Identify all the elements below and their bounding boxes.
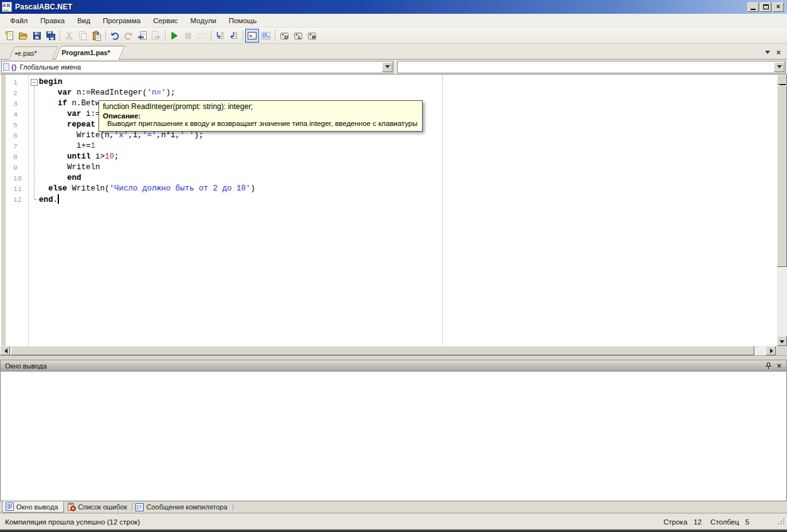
code-line-12[interactable]: 12end. — [0, 194, 777, 205]
toolbar-separator — [105, 30, 106, 41]
minimize-icon — [751, 9, 756, 10]
tab-close-icon[interactable]: × — [776, 49, 781, 56]
panel-splitter[interactable] — [0, 355, 787, 360]
fold-collapse-icon[interactable]: − — [31, 79, 38, 86]
vertical-scroll-thumb[interactable] — [777, 85, 787, 267]
bottom-tab-separator — [233, 503, 233, 511]
scroll-left-button[interactable] — [0, 346, 10, 355]
svg-text:D: D — [285, 34, 288, 39]
line-number: 5 — [0, 121, 28, 129]
member-dropdown-button[interactable] — [774, 62, 784, 72]
line-number: 11 — [0, 185, 28, 193]
status-column-value: 5 — [746, 518, 749, 526]
menu-program[interactable]: Программа — [97, 15, 147, 26]
code-line-7[interactable]: 7 i+=1 — [0, 141, 777, 152]
vertical-scrollbar[interactable] — [777, 75, 787, 346]
code-line-9[interactable]: 9 Writeln — [0, 162, 777, 173]
save-all-icon — [46, 31, 56, 41]
code-line-11[interactable]: 11 else Writeln('Число должно быть от 2 … — [0, 184, 777, 194]
tab-e-pas[interactable]: •e.pas* — [9, 46, 58, 60]
output-close-icon[interactable]: × — [777, 362, 781, 370]
menu-file[interactable]: Файл — [4, 15, 34, 26]
app-logo-icon: ABnet — [2, 2, 12, 12]
run-icon — [169, 31, 179, 41]
bottom-tab-output[interactable]: Окно вывода — [2, 501, 64, 513]
tab-list-dropdown-icon[interactable] — [765, 51, 770, 56]
form-designer-button[interactable] — [259, 29, 273, 43]
save-all-button[interactable] — [44, 29, 58, 43]
bottom-tab-errors[interactable]: Список ошибок — [64, 501, 132, 513]
indent-button[interactable] — [213, 29, 227, 43]
cut-button[interactable] — [62, 29, 76, 43]
stop-button[interactable] — [181, 29, 195, 43]
panel-l-button[interactable]: L — [291, 29, 305, 43]
outdent-button[interactable] — [227, 29, 241, 43]
save-button[interactable] — [30, 29, 44, 43]
menu-view[interactable]: Вид — [71, 15, 97, 26]
taskbar-sliver — [0, 529, 787, 532]
code-line-10[interactable]: 10 end — [0, 173, 777, 184]
scroll-right-button[interactable] — [766, 346, 776, 355]
scrollbar-corner — [776, 346, 787, 355]
new-file-button[interactable] — [3, 29, 16, 43]
panel-d-button[interactable]: D — [277, 29, 291, 43]
save-icon — [32, 31, 42, 41]
arrow-down-icon — [779, 340, 784, 346]
horizontal-scroll-thumb[interactable] — [11, 346, 754, 355]
scope-combobox[interactable]: {} Глобальные имена — [1, 61, 394, 73]
form-designer-icon — [261, 31, 271, 41]
tooltip-description: Выводит приглашение к вводу и возвращает… — [103, 120, 418, 127]
undo-button[interactable] — [108, 29, 122, 43]
tab-program1-pas[interactable]: Program1.pas* — [55, 46, 125, 60]
member-combobox[interactable] — [397, 61, 786, 73]
horizontal-scrollbar[interactable] — [0, 346, 776, 355]
copy-button[interactable] — [76, 29, 90, 43]
menu-help[interactable]: Помощь — [223, 15, 263, 26]
bottom-tab-compiler-messages[interactable]: Сообщения компилятора — [132, 501, 232, 513]
code-area[interactable]: 1begin2 var n:=ReadInteger('n=');3 if n.… — [0, 75, 777, 346]
menu-modules[interactable]: Модули — [184, 15, 223, 26]
arrow-right-icon — [770, 348, 776, 353]
console-prompt-glyph: >_ — [249, 33, 255, 39]
output-panel-content[interactable] — [0, 372, 787, 501]
minimize-button[interactable] — [747, 3, 759, 12]
tooltip-description-label: Описание: — [103, 112, 418, 120]
chevron-down-icon — [385, 65, 390, 71]
code-line-1[interactable]: 1begin — [0, 77, 777, 88]
resize-grip[interactable] — [778, 518, 785, 525]
code-navigation-bar: {} Глобальные имена — [0, 60, 787, 75]
pin-icon[interactable] — [765, 362, 772, 370]
scope-dropdown-button[interactable] — [382, 62, 393, 72]
line-number: 10 — [0, 174, 28, 182]
toolbar-separator — [275, 30, 275, 41]
output-panel-title: Окно вывода — [1, 362, 47, 370]
scroll-up-button[interactable] — [777, 75, 787, 85]
keyboard-button[interactable] — [195, 29, 209, 43]
navigate-forward-button[interactable] — [149, 29, 163, 43]
console-window-button[interactable]: >_ — [245, 29, 259, 43]
menu-bar: Файл Правка Вид Программа Сервис Модули … — [0, 14, 787, 28]
close-button[interactable]: × — [773, 3, 784, 12]
panel-r-button[interactable]: R — [305, 29, 319, 43]
menu-edit[interactable]: Правка — [34, 15, 71, 26]
code-text: var n:=ReadInteger('n='); — [28, 88, 176, 98]
toolbar: >_ D L R — [0, 28, 787, 44]
code-line-6[interactable]: 6 Write(n,'x',i,'=',n*i,' '); — [0, 130, 777, 141]
paste-button[interactable] — [90, 29, 103, 43]
svg-text:L: L — [298, 34, 302, 39]
scroll-down-button[interactable] — [777, 336, 787, 346]
close-icon: × — [776, 4, 780, 10]
code-line-2[interactable]: 2 var n:=ReadInteger('n='); — [0, 88, 777, 98]
navigate-back-button[interactable] — [135, 29, 149, 43]
cut-icon — [64, 31, 74, 41]
redo-button[interactable] — [122, 29, 135, 43]
line-number: 6 — [0, 132, 28, 140]
run-button[interactable] — [167, 29, 181, 43]
navigate-forward-icon — [151, 31, 161, 41]
undo-icon — [110, 31, 120, 41]
code-line-8[interactable]: 8 until i>10; — [0, 152, 777, 162]
maximize-button[interactable] — [760, 3, 771, 12]
toolbar-separator — [60, 30, 60, 41]
menu-service[interactable]: Сервис — [147, 15, 184, 26]
open-file-button[interactable] — [16, 29, 30, 43]
